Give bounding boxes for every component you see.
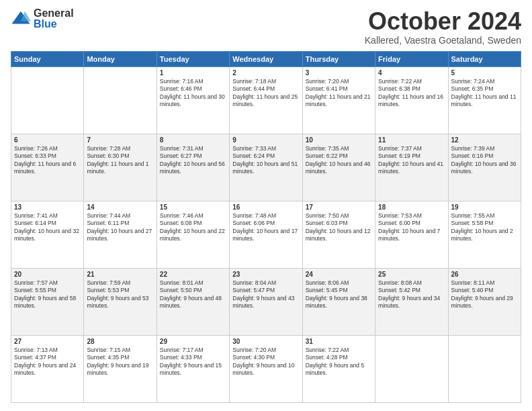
logo-blue: Blue [34, 19, 74, 30]
day-info: Sunrise: 7:28 AMSunset: 6:30 PMDaylight:… [87, 145, 153, 176]
calendar-day-cell: 29Sunrise: 7:17 AMSunset: 4:33 PMDayligh… [157, 335, 229, 402]
day-number: 3 [306, 69, 372, 77]
calendar-day-cell: 12Sunrise: 7:39 AMSunset: 6:16 PMDayligh… [448, 134, 521, 201]
calendar-day-cell: 13Sunrise: 7:41 AMSunset: 6:14 PMDayligh… [11, 201, 84, 268]
day-info: Sunrise: 7:31 AMSunset: 6:27 PMDaylight:… [160, 145, 226, 176]
day-info: Sunrise: 7:16 AMSunset: 6:46 PMDaylight:… [160, 78, 226, 109]
day-of-week-header: Monday [84, 51, 157, 66]
day-info: Sunrise: 7:33 AMSunset: 6:24 PMDaylight:… [232, 145, 299, 176]
day-info: Sunrise: 7:17 AMSunset: 4:33 PMDaylight:… [160, 347, 226, 377]
day-info: Sunrise: 8:01 AMSunset: 5:50 PMDaylight:… [160, 279, 226, 310]
day-number: 23 [232, 271, 299, 278]
calendar-day-cell: 25Sunrise: 8:08 AMSunset: 5:42 PMDayligh… [375, 268, 448, 335]
calendar-day-cell: 6Sunrise: 7:26 AMSunset: 6:33 PMDaylight… [11, 134, 84, 201]
day-number: 13 [14, 203, 81, 211]
day-info: Sunrise: 8:06 AMSunset: 5:45 PMDaylight:… [306, 279, 372, 310]
calendar-day-cell: 19Sunrise: 7:55 AMSunset: 5:58 PMDayligh… [448, 201, 521, 268]
calendar-day-cell: 26Sunrise: 8:11 AMSunset: 5:40 PMDayligh… [448, 268, 521, 335]
calendar-day-cell: 3Sunrise: 7:20 AMSunset: 6:41 PMDaylight… [302, 66, 375, 134]
day-number: 29 [160, 338, 226, 345]
logo-text: General Blue [34, 8, 74, 30]
day-number: 5 [451, 69, 518, 77]
day-of-week-header: Saturday [448, 51, 521, 66]
day-number: 22 [160, 271, 226, 278]
day-number: 15 [160, 203, 226, 211]
day-info: Sunrise: 7:44 AMSunset: 6:11 PMDaylight:… [87, 212, 153, 243]
calendar-day-cell: 7Sunrise: 7:28 AMSunset: 6:30 PMDaylight… [84, 134, 157, 201]
calendar-day-cell: 31Sunrise: 7:22 AMSunset: 4:28 PMDayligh… [302, 335, 375, 402]
calendar-day-cell: 22Sunrise: 8:01 AMSunset: 5:50 PMDayligh… [157, 268, 229, 335]
calendar-day-cell: 24Sunrise: 8:06 AMSunset: 5:45 PMDayligh… [302, 268, 375, 335]
calendar-day-cell [84, 66, 157, 134]
calendar-day-cell: 20Sunrise: 7:57 AMSunset: 5:55 PMDayligh… [11, 268, 84, 335]
day-number: 25 [378, 271, 445, 278]
calendar-day-cell [375, 335, 448, 402]
day-number: 17 [306, 203, 372, 211]
day-number: 26 [451, 271, 518, 278]
day-number: 11 [378, 136, 445, 144]
calendar-day-cell: 16Sunrise: 7:48 AMSunset: 6:06 PMDayligh… [230, 201, 302, 268]
day-number: 31 [306, 338, 372, 345]
day-number: 18 [378, 203, 445, 211]
day-info: Sunrise: 7:50 AMSunset: 6:03 PMDaylight:… [306, 212, 372, 243]
day-info: Sunrise: 8:11 AMSunset: 5:40 PMDaylight:… [451, 279, 518, 310]
calendar-day-cell: 5Sunrise: 7:24 AMSunset: 6:35 PMDaylight… [448, 66, 521, 134]
calendar-day-cell: 17Sunrise: 7:50 AMSunset: 6:03 PMDayligh… [302, 201, 375, 268]
calendar-day-cell: 11Sunrise: 7:37 AMSunset: 6:19 PMDayligh… [375, 134, 448, 201]
calendar-header-row: SundayMondayTuesdayWednesdayThursdayFrid… [11, 51, 521, 66]
day-number: 4 [378, 69, 445, 77]
day-info: Sunrise: 7:39 AMSunset: 6:16 PMDaylight:… [451, 145, 518, 176]
calendar-week-row: 27Sunrise: 7:13 AMSunset: 4:37 PMDayligh… [11, 335, 521, 402]
logo: General Blue [11, 8, 74, 30]
day-info: Sunrise: 7:55 AMSunset: 5:58 PMDaylight:… [451, 212, 518, 243]
calendar-day-cell: 18Sunrise: 7:53 AMSunset: 6:00 PMDayligh… [375, 201, 448, 268]
calendar-week-row: 6Sunrise: 7:26 AMSunset: 6:33 PMDaylight… [11, 134, 521, 201]
calendar-day-cell: 14Sunrise: 7:44 AMSunset: 6:11 PMDayligh… [84, 201, 157, 268]
day-number: 1 [160, 69, 226, 77]
day-number: 8 [160, 136, 226, 144]
day-info: Sunrise: 7:15 AMSunset: 4:35 PMDaylight:… [87, 347, 153, 377]
day-info: Sunrise: 7:13 AMSunset: 4:37 PMDaylight:… [14, 347, 81, 377]
calendar-day-cell: 4Sunrise: 7:22 AMSunset: 6:38 PMDaylight… [375, 66, 448, 134]
calendar-day-cell: 21Sunrise: 7:59 AMSunset: 5:53 PMDayligh… [84, 268, 157, 335]
day-info: Sunrise: 7:37 AMSunset: 6:19 PMDaylight:… [378, 145, 445, 176]
day-number: 28 [87, 338, 153, 345]
logo-general: General [34, 8, 74, 19]
day-of-week-header: Wednesday [230, 51, 302, 66]
calendar-day-cell: 23Sunrise: 8:04 AMSunset: 5:47 PMDayligh… [230, 268, 302, 335]
day-info: Sunrise: 7:22 AMSunset: 4:28 PMDaylight:… [306, 347, 372, 377]
page: General Blue October 2024 Kallered, Vaes… [0, 0, 532, 411]
title-area: October 2024 Kallered, Vaestra Goetaland… [365, 8, 521, 46]
day-info: Sunrise: 7:18 AMSunset: 6:44 PMDaylight:… [232, 78, 299, 109]
day-number: 21 [87, 271, 153, 278]
day-info: Sunrise: 7:24 AMSunset: 6:35 PMDaylight:… [451, 78, 518, 109]
day-info: Sunrise: 7:35 AMSunset: 6:22 PMDaylight:… [306, 145, 372, 176]
calendar-week-row: 20Sunrise: 7:57 AMSunset: 5:55 PMDayligh… [11, 268, 521, 335]
calendar-day-cell [11, 66, 84, 134]
day-of-week-header: Sunday [11, 51, 84, 66]
day-number: 2 [232, 69, 299, 77]
day-number: 20 [14, 271, 81, 278]
day-info: Sunrise: 7:20 AMSunset: 4:30 PMDaylight:… [232, 347, 299, 377]
calendar-day-cell: 10Sunrise: 7:35 AMSunset: 6:22 PMDayligh… [302, 134, 375, 201]
day-number: 30 [232, 338, 299, 345]
day-of-week-header: Friday [375, 51, 448, 66]
calendar-day-cell: 30Sunrise: 7:20 AMSunset: 4:30 PMDayligh… [230, 335, 302, 402]
calendar-day-cell: 8Sunrise: 7:31 AMSunset: 6:27 PMDaylight… [157, 134, 229, 201]
day-of-week-header: Tuesday [157, 51, 229, 66]
day-number: 12 [451, 136, 518, 144]
calendar-day-cell [448, 335, 521, 402]
day-info: Sunrise: 7:26 AMSunset: 6:33 PMDaylight:… [14, 145, 81, 176]
calendar-day-cell: 15Sunrise: 7:46 AMSunset: 6:08 PMDayligh… [157, 201, 229, 268]
logo-icon [11, 9, 31, 29]
calendar-day-cell: 27Sunrise: 7:13 AMSunset: 4:37 PMDayligh… [11, 335, 84, 402]
day-number: 10 [306, 136, 372, 144]
header: General Blue October 2024 Kallered, Vaes… [11, 8, 521, 46]
calendar-day-cell: 2Sunrise: 7:18 AMSunset: 6:44 PMDaylight… [230, 66, 302, 134]
day-number: 7 [87, 136, 153, 144]
day-number: 14 [87, 203, 153, 211]
day-info: Sunrise: 7:48 AMSunset: 6:06 PMDaylight:… [232, 212, 299, 243]
day-info: Sunrise: 8:08 AMSunset: 5:42 PMDaylight:… [378, 279, 445, 310]
day-info: Sunrise: 8:04 AMSunset: 5:47 PMDaylight:… [232, 279, 299, 310]
calendar-week-row: 1Sunrise: 7:16 AMSunset: 6:46 PMDaylight… [11, 66, 521, 134]
